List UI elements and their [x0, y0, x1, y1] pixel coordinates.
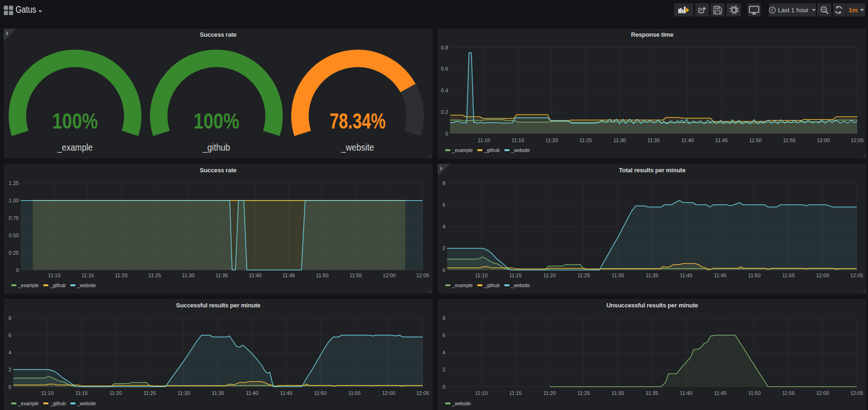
svg-text:11:25: 11:25: [148, 273, 161, 278]
svg-text:11:45: 11:45: [714, 273, 727, 278]
svg-text:0.25: 0.25: [9, 250, 19, 256]
svg-text:0: 0: [442, 267, 445, 273]
svg-text:_github: _github: [50, 401, 66, 406]
svg-text:1.00: 1.00: [9, 198, 19, 203]
svg-text:11:55: 11:55: [782, 273, 795, 278]
svg-text:4: 4: [442, 224, 445, 229]
svg-text:0: 0: [445, 131, 448, 137]
svg-text:12:00: 12:00: [817, 137, 830, 143]
svg-text:11:30: 11:30: [611, 273, 624, 278]
svg-text:8: 8: [8, 315, 11, 321]
svg-text:11:25: 11:25: [578, 390, 590, 396]
svg-text:11:50: 11:50: [316, 273, 329, 278]
svg-text:11:10: 11:10: [48, 273, 61, 278]
svg-text:0: 0: [8, 384, 11, 390]
svg-text:_example: _example: [452, 147, 473, 153]
svg-text:_example: _example: [57, 142, 93, 153]
svg-text:12:05: 12:05: [850, 390, 863, 396]
svg-text:11:45: 11:45: [282, 273, 295, 278]
svg-text:11:55: 11:55: [349, 273, 362, 278]
svg-text:11:45: 11:45: [715, 137, 728, 143]
svg-text:8: 8: [442, 315, 445, 321]
svg-text:11:55: 11:55: [348, 390, 361, 396]
svg-text:_website: _website: [452, 401, 471, 406]
svg-text:11:15: 11:15: [512, 137, 524, 143]
svg-text:_website: _website: [77, 401, 96, 406]
svg-text:11:30: 11:30: [613, 137, 626, 143]
svg-text:11:40: 11:40: [680, 273, 692, 278]
svg-text:11:35: 11:35: [646, 273, 659, 278]
svg-text:8: 8: [442, 180, 445, 186]
svg-text:2: 2: [8, 367, 11, 372]
svg-text:0: 0: [442, 384, 445, 390]
svg-text:11:50: 11:50: [749, 137, 762, 143]
svg-text:i: i: [440, 165, 442, 171]
svg-text:11:30: 11:30: [177, 390, 190, 396]
svg-text:11:20: 11:20: [543, 273, 556, 278]
svg-text:11:40: 11:40: [246, 390, 258, 396]
svg-text:_github: _github: [484, 282, 500, 288]
svg-text:2: 2: [442, 245, 445, 251]
svg-text:11:15: 11:15: [509, 390, 522, 396]
svg-text:11:50: 11:50: [748, 390, 761, 396]
svg-text:11:35: 11:35: [647, 137, 660, 143]
svg-text:6: 6: [442, 202, 445, 208]
svg-text:11:35: 11:35: [212, 390, 225, 396]
svg-text:11:20: 11:20: [109, 390, 122, 396]
svg-text:12:00: 12:00: [816, 273, 829, 278]
svg-text:0.2: 0.2: [441, 109, 448, 115]
svg-text:11:20: 11:20: [115, 273, 128, 278]
svg-text:11:35: 11:35: [216, 273, 228, 278]
svg-text:11:10: 11:10: [475, 273, 488, 278]
svg-text:12:00: 12:00: [382, 390, 395, 396]
svg-text:0.6: 0.6: [441, 66, 448, 72]
svg-text:11:30: 11:30: [611, 390, 624, 396]
svg-text:0.50: 0.50: [9, 233, 19, 238]
svg-text:11:25: 11:25: [144, 390, 156, 396]
svg-text:_github: _github: [50, 282, 66, 288]
svg-text:12:05: 12:05: [416, 273, 429, 278]
svg-text:12:05: 12:05: [851, 137, 864, 143]
svg-text:1.25: 1.25: [9, 180, 19, 186]
svg-text:0.75: 0.75: [9, 215, 19, 221]
svg-text:11:50: 11:50: [748, 273, 761, 278]
svg-text:11:45: 11:45: [280, 390, 293, 396]
svg-text:_website: _website: [511, 282, 530, 288]
svg-text:11:35: 11:35: [646, 390, 659, 396]
svg-text:_example: _example: [18, 282, 39, 288]
svg-text:11:25: 11:25: [579, 137, 592, 143]
svg-text:78.34%: 78.34%: [330, 109, 386, 133]
svg-text:6: 6: [8, 332, 11, 338]
svg-text:6: 6: [442, 332, 445, 338]
svg-text:11:45: 11:45: [714, 390, 727, 396]
svg-text:11:15: 11:15: [509, 273, 522, 278]
svg-text:0: 0: [16, 267, 19, 273]
svg-text:12:05: 12:05: [850, 273, 863, 278]
svg-text:11:55: 11:55: [782, 390, 795, 396]
svg-text:4: 4: [442, 350, 445, 355]
svg-text:_github: _github: [484, 147, 500, 153]
svg-text:12:00: 12:00: [816, 390, 829, 396]
svg-text:_website: _website: [341, 142, 374, 153]
svg-text:11:40: 11:40: [681, 137, 694, 143]
svg-text:0.8: 0.8: [441, 45, 448, 50]
svg-text:_website: _website: [77, 282, 96, 288]
svg-text:11:20: 11:20: [546, 137, 558, 143]
svg-text:i: i: [6, 30, 8, 36]
svg-text:_website: _website: [511, 147, 530, 153]
svg-text:11:20: 11:20: [543, 390, 556, 396]
svg-text:12:00: 12:00: [383, 273, 396, 278]
svg-text:11:40: 11:40: [249, 273, 262, 278]
svg-text:11:30: 11:30: [182, 273, 194, 278]
svg-text:4: 4: [8, 350, 11, 355]
svg-text:100%: 100%: [52, 109, 98, 133]
svg-text:11:10: 11:10: [41, 390, 54, 396]
svg-text:_example: _example: [18, 401, 39, 406]
svg-text:11:25: 11:25: [578, 273, 590, 278]
svg-text:11:40: 11:40: [680, 390, 692, 396]
svg-text:0.4: 0.4: [441, 88, 448, 93]
svg-text:11:55: 11:55: [783, 137, 796, 143]
svg-text:2: 2: [442, 367, 445, 372]
svg-text:11:15: 11:15: [75, 390, 88, 396]
svg-text:_github: _github: [202, 142, 230, 153]
